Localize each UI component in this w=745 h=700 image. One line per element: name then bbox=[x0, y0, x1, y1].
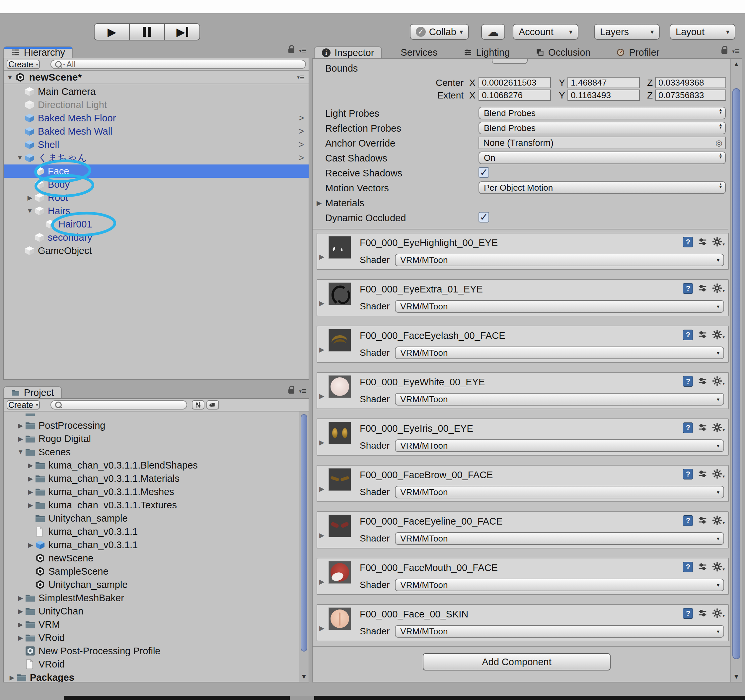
tab-profiler[interactable]: Profiler bbox=[609, 46, 667, 58]
material-thumbnail-eye-extra[interactable] bbox=[329, 282, 351, 305]
hierarchy-row-12[interactable]: GameObject bbox=[4, 244, 309, 257]
help-icon[interactable]: ? bbox=[683, 422, 693, 433]
column-layout-button[interactable] bbox=[192, 400, 204, 409]
extent-z-field[interactable]: 0.07356833 bbox=[655, 90, 726, 101]
gear-icon[interactable]: ▾ bbox=[712, 469, 725, 479]
project-row-0[interactable] bbox=[4, 413, 298, 419]
foldout-open-icon[interactable]: ▼ bbox=[16, 448, 25, 455]
search-input[interactable]: ▾ All bbox=[51, 60, 306, 69]
foldout-closed-icon[interactable]: ▶ bbox=[317, 199, 322, 207]
project-scrollbar[interactable]: ▼ bbox=[299, 412, 309, 682]
project-row-8[interactable]: Unitychan_sample bbox=[4, 512, 298, 525]
hierarchy-row-9[interactable]: ▼Hairs bbox=[4, 204, 309, 218]
step-button[interactable]: ▶ bbox=[164, 23, 200, 40]
layout-dropdown[interactable]: Layout ▾ bbox=[670, 24, 735, 40]
gear-icon[interactable]: ▾ bbox=[712, 237, 725, 247]
shader-dropdown[interactable]: VRM/MToon▾ bbox=[395, 254, 724, 266]
project-row-15[interactable]: ▶UnityChan bbox=[4, 604, 298, 618]
tab-lighting[interactable]: Lighting bbox=[456, 46, 518, 58]
preset-icon[interactable] bbox=[697, 515, 708, 525]
center-z-field[interactable]: 0.03349368 bbox=[655, 77, 726, 88]
foldout-closed-icon[interactable]: ▶ bbox=[26, 461, 35, 469]
preset-icon[interactable] bbox=[697, 469, 708, 479]
hierarchy-row-10[interactable]: Hair001 bbox=[4, 218, 309, 231]
prefab-chevron-icon[interactable]: > bbox=[299, 113, 304, 123]
material-thumbnail-eye-highlight[interactable] bbox=[329, 236, 351, 259]
material-foldout-icon[interactable]: ▶ bbox=[319, 531, 324, 539]
shader-dropdown[interactable]: VRM/MToon▾ bbox=[395, 439, 724, 452]
help-icon[interactable]: ? bbox=[683, 515, 693, 526]
hierarchy-row-7[interactable]: Body bbox=[4, 178, 309, 191]
help-icon[interactable]: ? bbox=[683, 237, 693, 247]
help-icon[interactable]: ? bbox=[683, 469, 693, 479]
inspector-scrollbar-thumb[interactable] bbox=[732, 88, 741, 659]
material-thumbnail-mouth[interactable] bbox=[329, 561, 351, 584]
gear-icon[interactable]: ▾ bbox=[712, 562, 725, 572]
shader-dropdown[interactable]: VRM/MToon▾ bbox=[395, 346, 724, 359]
help-icon[interactable]: ? bbox=[683, 608, 693, 619]
hierarchy-row-8[interactable]: ▶Root bbox=[4, 191, 309, 204]
project-row-14[interactable]: ▶SimplestMeshBaker bbox=[4, 591, 298, 604]
material-foldout-icon[interactable]: ▶ bbox=[319, 346, 324, 354]
label-filter-button[interactable] bbox=[206, 400, 219, 409]
panel-menu-icon[interactable]: ▾≡ bbox=[299, 45, 306, 56]
gear-icon[interactable]: ▾ bbox=[712, 608, 725, 618]
project-row-1[interactable]: ▶PostProcessing bbox=[4, 419, 298, 432]
project-row-9[interactable]: kuma_chan_v0.3.1.1 bbox=[4, 525, 298, 538]
hierarchy-row-2[interactable]: Baked Mesh Floor> bbox=[4, 111, 309, 125]
layers-dropdown[interactable]: Layers ▾ bbox=[594, 24, 660, 40]
gear-icon[interactable]: ▾ bbox=[712, 515, 725, 525]
foldout-closed-icon[interactable]: ▶ bbox=[16, 594, 25, 602]
help-icon[interactable]: ? bbox=[683, 376, 693, 387]
foldout-open-icon[interactable]: ▼ bbox=[15, 154, 25, 161]
prefab-chevron-icon[interactable]: > bbox=[299, 140, 304, 150]
pause-button[interactable] bbox=[129, 23, 165, 40]
project-row-2[interactable]: ▶Rogo Digital bbox=[4, 432, 298, 445]
foldout-closed-icon[interactable]: ▶ bbox=[16, 435, 25, 443]
material-foldout-icon[interactable]: ▶ bbox=[319, 392, 324, 400]
foldout-closed-icon[interactable]: ▶ bbox=[7, 674, 16, 681]
scroll-down-icon[interactable]: ▼ bbox=[731, 673, 742, 681]
material-foldout-icon[interactable]: ▶ bbox=[319, 438, 324, 446]
materials-foldout-row[interactable]: ▶ Materials bbox=[313, 196, 726, 210]
prefab-chevron-icon[interactable]: > bbox=[299, 153, 304, 163]
gear-icon[interactable]: ▾ bbox=[712, 376, 725, 386]
foldout-closed-icon[interactable]: ▶ bbox=[16, 607, 25, 615]
material-foldout-icon[interactable]: ▶ bbox=[319, 299, 324, 307]
object-picker-icon[interactable]: ◎ bbox=[715, 138, 723, 148]
extent-y-field[interactable]: 0.1163493 bbox=[567, 90, 640, 101]
material-thumbnail-eyeline[interactable] bbox=[329, 515, 351, 537]
tab-services[interactable]: Services bbox=[393, 46, 445, 58]
project-row-11[interactable]: newScene bbox=[4, 551, 298, 565]
foldout-closed-icon[interactable]: ▶ bbox=[16, 621, 25, 628]
center-y-field[interactable]: 1.468847 bbox=[567, 77, 640, 88]
gear-icon[interactable]: ▾ bbox=[712, 330, 725, 340]
tab-project[interactable]: Project bbox=[3, 386, 62, 398]
panel-menu-icon[interactable]: ▾≡ bbox=[299, 386, 306, 396]
preset-icon[interactable] bbox=[697, 562, 708, 572]
tab-inspector[interactable]: i Inspector bbox=[314, 46, 382, 58]
shader-dropdown[interactable]: VRM/MToon▾ bbox=[395, 532, 724, 545]
project-scrollbar-thumb[interactable] bbox=[301, 414, 307, 652]
project-row-19[interactable]: VRoid bbox=[4, 658, 298, 671]
material-foldout-icon[interactable]: ▶ bbox=[319, 578, 324, 586]
project-row-7[interactable]: ▶kuma_chan_v0.3.1.1.Textures bbox=[4, 499, 298, 512]
shader-dropdown[interactable]: VRM/MToon▾ bbox=[395, 579, 724, 591]
foldout-closed-icon[interactable]: ▶ bbox=[26, 541, 35, 549]
scroll-up-icon[interactable]: ▲ bbox=[731, 60, 742, 68]
receive-shadows-checkbox[interactable]: ✓ bbox=[479, 167, 489, 178]
add-component-button[interactable]: Add Component bbox=[423, 653, 610, 670]
preset-icon[interactable] bbox=[697, 422, 708, 433]
foldout-closed-icon[interactable]: ▶ bbox=[26, 501, 35, 509]
material-foldout-icon[interactable]: ▶ bbox=[319, 253, 324, 261]
tab-occlusion[interactable]: Occlusion bbox=[528, 46, 598, 58]
play-button[interactable]: ▶ bbox=[94, 23, 130, 40]
hierarchy-row-11[interactable]: secondary bbox=[4, 231, 309, 244]
account-dropdown[interactable]: Account ▾ bbox=[513, 24, 578, 40]
reflection-probes-dropdown[interactable]: Blend Probes ▲▼ bbox=[479, 122, 726, 134]
project-row-12[interactable]: SampleScene bbox=[4, 565, 298, 578]
foldout-open-icon[interactable]: ▼ bbox=[7, 74, 13, 81]
material-thumbnail-eye-iris[interactable] bbox=[329, 422, 351, 444]
material-foldout-icon[interactable]: ▶ bbox=[319, 485, 324, 493]
scene-header-row[interactable]: ▼ newScene* ▾≡ bbox=[4, 71, 309, 84]
